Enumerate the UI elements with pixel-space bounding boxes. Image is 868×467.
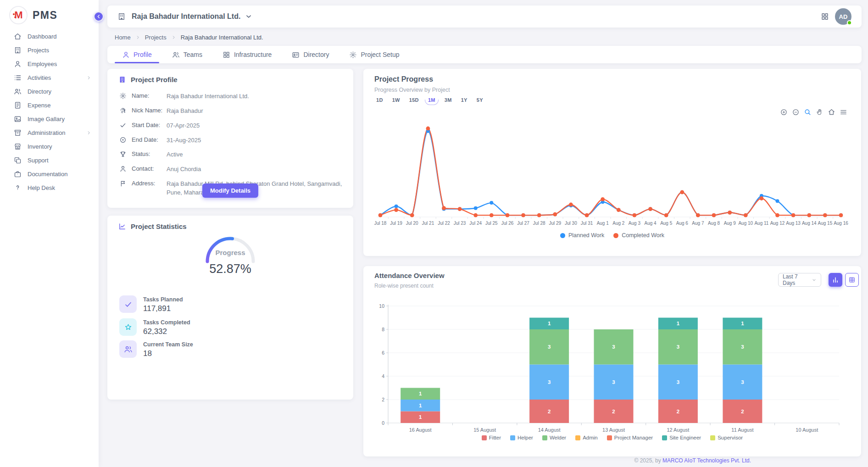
company-selector[interactable]: Raja Bahadur International Ltd. xyxy=(132,12,240,21)
tab-teams[interactable]: Teams xyxy=(162,46,212,63)
svg-text:10 August: 10 August xyxy=(796,427,818,433)
svg-text:Jul 30: Jul 30 xyxy=(565,221,577,226)
svg-text:6: 6 xyxy=(382,350,384,356)
range-button-1d[interactable]: 1D xyxy=(373,95,387,105)
table-view-button[interactable] xyxy=(845,273,859,287)
tab-directory[interactable]: Directory xyxy=(282,46,339,63)
period-select[interactable]: Last 7 Days xyxy=(778,273,821,287)
range-button-5y[interactable]: 5Y xyxy=(473,95,487,105)
profile-row-status: Status: Active xyxy=(107,147,353,162)
archive-icon xyxy=(14,129,22,137)
svg-text:Aug 7: Aug 7 xyxy=(692,221,704,226)
bar-chart-svg: 024681011116 August15 August233114 Augus… xyxy=(374,295,850,438)
sidebar-item-help-desk[interactable]: Help Desk xyxy=(0,181,99,195)
tab-label: Infrastructure xyxy=(234,51,272,58)
sidebar-collapse-button[interactable] xyxy=(94,11,104,22)
breadcrumb-item-projects[interactable]: Projects xyxy=(145,34,167,41)
tab-label: Project Setup xyxy=(361,51,399,58)
range-button-1w[interactable]: 1W xyxy=(389,95,404,105)
legend-item-completed-work[interactable]: Completed Work xyxy=(613,232,664,239)
sidebar-item-projects[interactable]: Projects xyxy=(0,43,99,57)
series-completed-work-marker xyxy=(490,213,494,217)
series-completed-work-marker xyxy=(791,213,796,217)
legend-item-admin[interactable]: Admin xyxy=(575,435,598,440)
people-icon xyxy=(14,88,22,95)
legend-item-planned-work[interactable]: Planned Work xyxy=(560,232,604,239)
sidebar: M PMS Dashboard Projects Employees Activ… xyxy=(0,0,99,467)
bar-view-button[interactable] xyxy=(829,273,842,287)
svg-text:Jul 21: Jul 21 xyxy=(422,221,434,226)
svg-text:Aug 1: Aug 1 xyxy=(597,221,609,226)
building-icon xyxy=(14,46,22,54)
legend-item-project-manager[interactable]: Project Manager xyxy=(607,435,653,440)
series-completed-work-marker xyxy=(585,213,589,217)
sidebar-item-label: Administration xyxy=(28,129,65,136)
tab-infrastructure[interactable]: Infrastructure xyxy=(212,46,282,63)
svg-text:Aug 9: Aug 9 xyxy=(724,221,736,226)
app-logo[interactable]: M PMS xyxy=(0,0,99,24)
svg-text:3: 3 xyxy=(677,379,679,385)
svg-text:Aug 10: Aug 10 xyxy=(738,221,753,226)
modify-details-button[interactable]: Modify Details xyxy=(202,183,258,198)
footer-brand-link[interactable]: MARCO AIoT Technologies Pvt. Ltd. xyxy=(662,457,751,464)
sidebar-item-support[interactable]: Support xyxy=(0,153,99,167)
menu-icon[interactable] xyxy=(840,108,847,116)
legend-swatch-icon xyxy=(607,435,612,440)
flag-icon xyxy=(119,180,127,187)
svg-text:Jul 28: Jul 28 xyxy=(533,221,545,226)
range-button-3m[interactable]: 3M xyxy=(441,95,456,105)
tab-label: Profile xyxy=(134,51,152,58)
profile-row-label: Start Date: xyxy=(132,121,167,128)
range-button-1m[interactable]: 1M xyxy=(424,95,439,105)
svg-text:Jul 29: Jul 29 xyxy=(549,221,561,226)
legend-item-welder[interactable]: Welder xyxy=(542,435,566,440)
chevron-down-icon[interactable] xyxy=(245,12,253,21)
gear-icon xyxy=(119,92,127,100)
legend-item-helper[interactable]: Helper xyxy=(510,435,533,440)
range-button-1y[interactable]: 1Y xyxy=(457,95,471,105)
sidebar-item-employees[interactable]: Employees xyxy=(0,57,99,71)
series-completed-work-marker xyxy=(680,190,684,195)
series-planned-work-marker xyxy=(490,201,493,205)
avatar[interactable]: AD xyxy=(835,8,851,25)
legend-item-supervisor[interactable]: Supervisor xyxy=(710,435,743,440)
reset-home-icon[interactable] xyxy=(828,108,835,116)
legend-swatch-icon xyxy=(482,435,487,440)
sidebar-item-label: Inventory xyxy=(28,143,52,150)
project-profile-card: Project Profile Name: Raja Bahadur Inter… xyxy=(107,69,353,208)
series-completed-work-marker xyxy=(712,213,716,217)
sidebar-item-image-gallary[interactable]: Image Gallary xyxy=(0,112,99,126)
sidebar-item-documentation[interactable]: Documentation xyxy=(0,167,99,181)
sidebar-item-activities[interactable]: Activities xyxy=(0,71,99,84)
svg-text:Aug 16: Aug 16 xyxy=(834,221,848,226)
sidebar-item-directory[interactable]: Directory xyxy=(0,84,99,98)
apps-grid-icon[interactable] xyxy=(821,12,829,21)
series-completed-work-marker xyxy=(760,196,764,200)
pan-icon[interactable] xyxy=(816,108,823,116)
sidebar-item-inventory[interactable]: Inventory xyxy=(0,139,99,153)
series-completed-work-marker xyxy=(728,211,732,215)
legend-item-site-engineer[interactable]: Site Engineer xyxy=(662,435,701,440)
sidebar-item-administration[interactable]: Administration xyxy=(0,126,99,139)
svg-text:Jul 23: Jul 23 xyxy=(454,221,466,226)
profile-row-value: 07-Apr-2025 xyxy=(167,121,200,130)
tab-profile[interactable]: Profile xyxy=(112,46,162,63)
tab-project-setup[interactable]: Project Setup xyxy=(339,46,409,63)
stat-value: 18 xyxy=(143,349,193,358)
zoom-in-icon[interactable] xyxy=(780,108,788,116)
legend-item-fitter[interactable]: Fitter xyxy=(482,435,501,440)
profile-row-nick-name: Nick Name: Raja Bahadur xyxy=(107,104,353,118)
svg-text:2: 2 xyxy=(677,409,679,414)
chart-toolbar xyxy=(780,108,847,116)
svg-text:Aug 14: Aug 14 xyxy=(802,221,817,226)
range-button-15d[interactable]: 15D xyxy=(406,95,423,105)
home-icon xyxy=(14,33,22,40)
selection-zoom-icon[interactable] xyxy=(804,108,812,116)
check-icon xyxy=(119,122,127,129)
svg-text:Aug 6: Aug 6 xyxy=(676,221,689,226)
sidebar-item-expense[interactable]: Expense xyxy=(0,98,99,112)
zoom-out-icon[interactable] xyxy=(792,108,800,116)
sidebar-item-dashboard[interactable]: Dashboard xyxy=(0,29,99,43)
breadcrumb-item-home[interactable]: Home xyxy=(115,34,131,41)
project-statistics-card: Project Statistics Progress 52.87% Tasks… xyxy=(107,216,353,400)
